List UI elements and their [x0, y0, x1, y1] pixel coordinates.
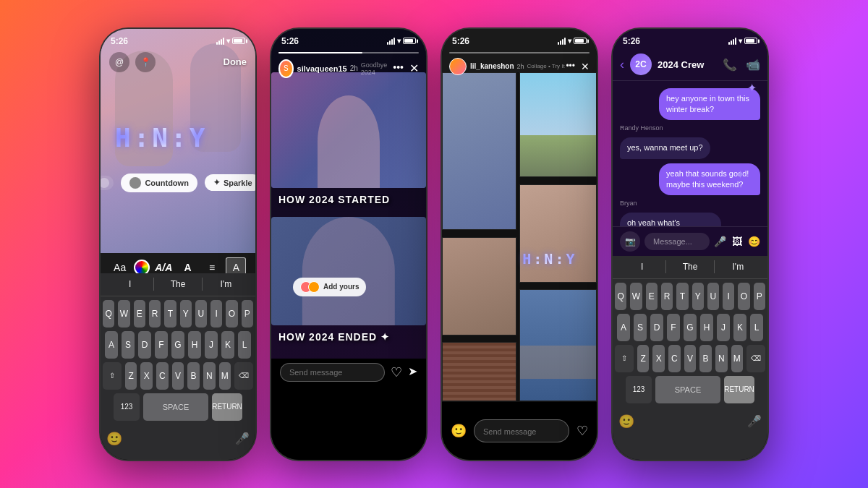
- key-i[interactable]: I: [210, 300, 222, 328]
- voice-icon[interactable]: 🎤: [714, 236, 726, 247]
- back-button[interactable]: ‹: [620, 57, 624, 72]
- suggestion-i[interactable]: I: [108, 276, 152, 292]
- key-b[interactable]: B: [187, 362, 200, 390]
- dm-key-g[interactable]: g: [684, 314, 697, 341]
- dm-key-d[interactable]: d: [650, 314, 663, 341]
- dm-key-v[interactable]: v: [684, 345, 697, 372]
- key-y[interactable]: Y: [180, 300, 192, 328]
- phone2-screen: 5:26 ▾ HOW 2024 STARTED: [271, 29, 426, 460]
- dm-suggestion-i[interactable]: I: [620, 259, 664, 275]
- key-shift[interactable]: ⇧: [103, 362, 122, 390]
- key-v[interactable]: V: [172, 362, 184, 390]
- key-return[interactable]: return: [212, 393, 242, 421]
- countdown-sticker[interactable]: Countdown: [121, 174, 197, 192]
- key-x[interactable]: X: [140, 362, 153, 390]
- key-n[interactable]: N: [203, 362, 216, 390]
- key-k[interactable]: K: [221, 331, 234, 359]
- key-c[interactable]: C: [156, 362, 169, 390]
- key-a[interactable]: A: [105, 331, 118, 359]
- dm-key-s[interactable]: s: [634, 314, 647, 341]
- status-bar-2: 5:26 ▾: [271, 29, 426, 49]
- dm-suggestion-im[interactable]: I'm: [716, 259, 760, 275]
- dm-key-r[interactable]: r: [661, 283, 673, 310]
- key-delete[interactable]: ⌫: [234, 362, 253, 390]
- dm-emoji-icon[interactable]: 🙂: [618, 414, 634, 429]
- key-f[interactable]: F: [155, 331, 168, 359]
- dm-key-t[interactable]: t: [676, 283, 688, 310]
- dm-key-h[interactable]: h: [700, 314, 713, 341]
- story-close-icon-3[interactable]: ✕: [581, 61, 590, 72]
- dm-key-j[interactable]: j: [717, 314, 730, 341]
- dm-key-q[interactable]: q: [615, 283, 626, 310]
- done-button[interactable]: Done: [224, 56, 247, 67]
- dm-key-return[interactable]: return: [724, 376, 754, 403]
- key-q[interactable]: Q: [103, 300, 114, 328]
- dm-key-z[interactable]: z: [637, 345, 650, 372]
- send-message-input-2[interactable]: Send message: [280, 363, 385, 382]
- dm-key-n[interactable]: n: [715, 345, 728, 372]
- send-input-3[interactable]: Send message: [474, 419, 569, 442]
- suggestion-im[interactable]: I'm: [204, 276, 248, 292]
- dm-key-w[interactable]: w: [630, 283, 642, 310]
- suggestion-the[interactable]: The: [156, 276, 200, 292]
- key-s[interactable]: S: [122, 331, 135, 359]
- message-input[interactable]: Message...: [644, 233, 710, 250]
- dm-key-b[interactable]: b: [699, 345, 712, 372]
- mic-icon[interactable]: 🎤: [235, 432, 250, 445]
- key-d[interactable]: D: [138, 331, 151, 359]
- emoji-icon-3[interactable]: 🙂: [451, 423, 467, 439]
- dm-key-o[interactable]: o: [738, 283, 749, 310]
- collage-grid: H:N:Y: [442, 72, 597, 402]
- share-icon-2[interactable]: ➤: [408, 364, 417, 380]
- key-t[interactable]: T: [164, 300, 176, 328]
- dm-key-f[interactable]: f: [667, 314, 680, 341]
- dm-key-p[interactable]: p: [754, 283, 765, 310]
- location-icon[interactable]: 📍: [135, 52, 156, 72]
- dm-key-k[interactable]: k: [733, 314, 746, 341]
- dm-key-delete[interactable]: ⌫: [746, 345, 765, 372]
- emoji-icon[interactable]: 🙂: [106, 431, 122, 447]
- key-m[interactable]: M: [219, 362, 231, 390]
- key-j[interactable]: J: [205, 331, 218, 359]
- key-z[interactable]: Z: [125, 362, 137, 390]
- heart-icon-2[interactable]: ♡: [391, 364, 402, 380]
- key-p[interactable]: P: [242, 300, 253, 328]
- dm-key-shift[interactable]: ⇧: [615, 345, 634, 372]
- key-g[interactable]: G: [171, 331, 184, 359]
- dm-key-a[interactable]: a: [617, 314, 630, 341]
- key-r[interactable]: R: [149, 300, 161, 328]
- key-123[interactable]: 123: [114, 393, 140, 421]
- add-yours-button[interactable]: Add yours: [293, 278, 366, 296]
- dm-key-123[interactable]: 123: [626, 376, 652, 403]
- key-space[interactable]: space: [143, 393, 208, 421]
- story-more-icon-3[interactable]: •••: [566, 61, 575, 72]
- sparkle-sticker[interactable]: ✦ Sparkle: [205, 174, 257, 191]
- key-e[interactable]: E: [134, 300, 145, 328]
- dm-key-e[interactable]: e: [646, 283, 658, 310]
- key-u[interactable]: U: [195, 300, 207, 328]
- heart-icon-3[interactable]: ♡: [576, 423, 588, 439]
- dm-key-y[interactable]: y: [692, 283, 704, 310]
- dm-suggestion-the[interactable]: The: [668, 259, 712, 275]
- photo-icon[interactable]: 🖼: [732, 236, 742, 247]
- key-h[interactable]: H: [188, 331, 201, 359]
- dm-key-x[interactable]: x: [652, 345, 665, 372]
- story-close-icon[interactable]: ✕: [409, 61, 419, 75]
- dm-key-i[interactable]: i: [723, 283, 734, 310]
- dm-mic-icon[interactable]: 🎤: [747, 414, 762, 428]
- sticker-icon-dm[interactable]: 😊: [748, 236, 760, 247]
- dm-key-u[interactable]: u: [707, 283, 719, 310]
- dm-key-m[interactable]: m: [731, 345, 744, 372]
- dm-key-l[interactable]: l: [750, 314, 763, 341]
- phone-icon[interactable]: 📞: [723, 58, 737, 72]
- at-icon[interactable]: @: [109, 52, 129, 72]
- video-icon[interactable]: 📹: [746, 58, 760, 72]
- dm-key-c[interactable]: c: [668, 345, 681, 372]
- key-l[interactable]: L: [238, 331, 251, 359]
- key-o[interactable]: O: [226, 300, 237, 328]
- status-time-4: 5:26: [623, 36, 640, 46]
- dm-key-space[interactable]: space: [655, 376, 720, 403]
- key-w[interactable]: W: [118, 300, 129, 328]
- story-more-icon[interactable]: •••: [393, 61, 404, 75]
- camera-icon[interactable]: 📷: [620, 231, 640, 252]
